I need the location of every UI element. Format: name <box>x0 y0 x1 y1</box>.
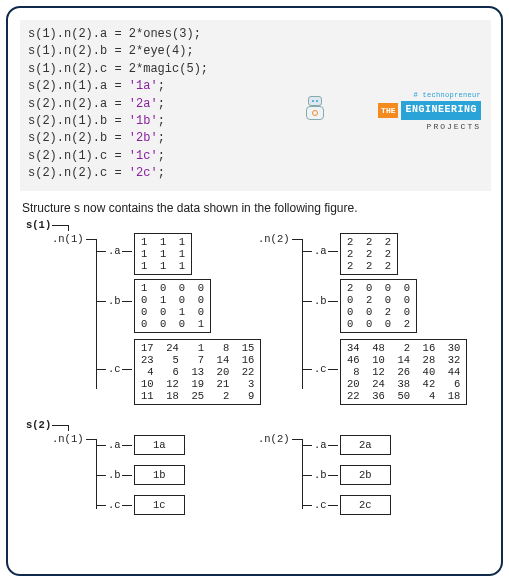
label-s1: s(1) <box>26 219 51 231</box>
code-block: s(1).n(2).a = 2*ones(3); s(1).n(2).b = 2… <box>20 20 491 191</box>
label-b: .b <box>108 295 121 307</box>
val-s2n1b: 1b <box>134 465 185 485</box>
label-s2-n1: .n(1) <box>52 433 84 445</box>
label-c: .c <box>108 363 121 375</box>
logo-projects: PROJECTS <box>331 121 481 133</box>
code-line: s(1).n(2).a = 2*ones(3); <box>28 26 483 43</box>
val-s2n1a: 1a <box>134 435 185 455</box>
val-s2n2a: 2a <box>340 435 391 455</box>
val-s2n1c: 1c <box>134 495 185 515</box>
code-line: s(1).n(2).b = 2*eye(4); <box>28 43 483 60</box>
matrix-s1n2a: 2 2 2 2 2 2 2 2 2 <box>340 233 398 275</box>
matrix-s1n1a: 1 1 1 1 1 1 1 1 1 <box>134 233 192 275</box>
label-c: .c <box>108 499 121 511</box>
label-b: .b <box>108 469 121 481</box>
page-container: s(1).n(2).a = 2*ones(3); s(1).n(2).b = 2… <box>6 6 503 576</box>
caption-text: Structure s now contains the data shown … <box>22 201 491 215</box>
label-a: .a <box>314 245 327 257</box>
logo-the: THE <box>378 103 398 119</box>
label-a: .a <box>108 439 121 451</box>
val-s2n2b: 2b <box>340 465 391 485</box>
label-a: .a <box>314 439 327 451</box>
matrix-s1n1c: 17 24 1 8 15 23 5 7 14 16 4 6 13 20 22 1… <box>134 339 261 405</box>
brand-logo: # technopreneur THE ENGINEERING PROJECTS <box>331 90 481 132</box>
code-line: s(2).n(1).c = '1c'; <box>28 148 483 165</box>
label-s1-n1: .n(1) <box>52 233 84 245</box>
label-b: .b <box>314 295 327 307</box>
label-a: .a <box>108 245 121 257</box>
logo-tagline: # technopreneur <box>331 90 481 100</box>
matrix-s1n1b: 1 0 0 0 0 1 0 0 0 0 1 0 0 0 0 1 <box>134 279 211 333</box>
label-s1-n2: .n(2) <box>258 233 290 245</box>
label-c: .c <box>314 363 327 375</box>
label-c: .c <box>314 499 327 511</box>
code-line: s(2).n(2).b = '2b'; <box>28 130 483 147</box>
label-s2-n2: .n(2) <box>258 433 290 445</box>
logo-engineering: ENGINEERING <box>401 101 481 120</box>
structure-diagram: s(1) .n(1) .a .b .c 1 1 1 1 1 1 1 1 1 1 … <box>20 219 491 559</box>
code-line: s(1).n(2).c = 2*magic(5); <box>28 61 483 78</box>
val-s2n2c: 2c <box>340 495 391 515</box>
label-b: .b <box>314 469 327 481</box>
label-s2: s(2) <box>26 419 51 431</box>
matrix-s1n2b: 2 0 0 0 0 2 0 0 0 0 2 0 0 0 0 2 <box>340 279 417 333</box>
matrix-s1n2c: 34 48 2 16 30 46 10 14 28 32 8 12 26 40 … <box>340 339 467 405</box>
code-line: s(2).n(2).c = '2c'; <box>28 165 483 182</box>
robot-icon <box>303 96 327 124</box>
